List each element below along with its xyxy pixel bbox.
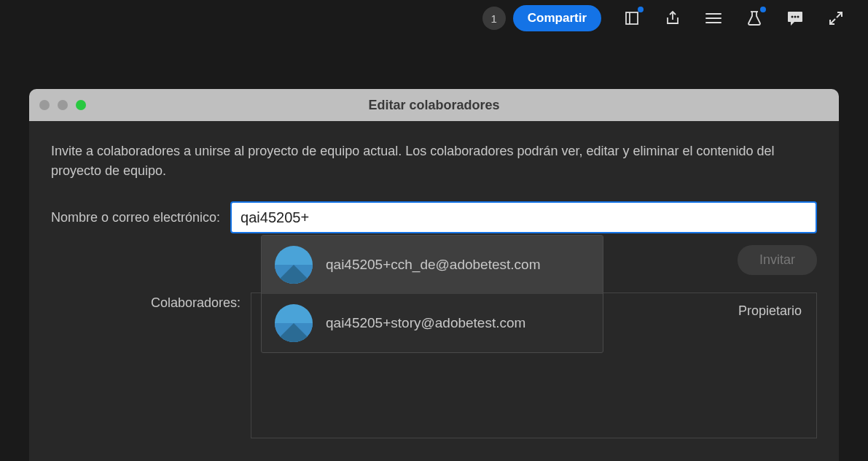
beaker-icon[interactable] bbox=[744, 8, 765, 28]
maximize-window-button[interactable] bbox=[76, 100, 86, 110]
suggestion-item[interactable]: qai45205+cch_de@adobetest.com bbox=[262, 236, 603, 294]
avatar-icon bbox=[275, 246, 313, 284]
svg-rect-0 bbox=[626, 12, 638, 24]
svg-point-3 bbox=[791, 16, 794, 18]
dialog-title: Editar colaboradores bbox=[39, 98, 829, 113]
window-controls bbox=[39, 100, 86, 110]
share-button[interactable]: Compartir bbox=[513, 5, 601, 31]
suggestion-email: qai45205+cch_de@adobetest.com bbox=[326, 257, 540, 273]
suggestion-email: qai45205+story@adobetest.com bbox=[326, 315, 525, 331]
close-window-button[interactable] bbox=[39, 100, 50, 110]
toolbar-share-group: 1 Compartir bbox=[482, 5, 601, 31]
notification-dot-icon bbox=[638, 7, 644, 12]
svg-point-4 bbox=[794, 16, 797, 18]
dialog-titlebar: Editar colaboradores bbox=[29, 89, 839, 121]
owner-role-label: Propietario bbox=[738, 303, 802, 427]
export-icon[interactable] bbox=[662, 8, 683, 28]
user-count: 1 bbox=[491, 12, 497, 25]
dialog-description: Invite a colaboradores a unirse al proye… bbox=[51, 142, 817, 181]
avatar-icon bbox=[275, 304, 313, 342]
invite-button[interactable]: Invitar bbox=[738, 245, 817, 275]
notification-dot-icon bbox=[760, 7, 766, 12]
email-field-label: Nombre o correo electrónico: bbox=[51, 210, 220, 225]
queue-icon[interactable] bbox=[703, 8, 724, 28]
comment-icon[interactable] bbox=[785, 8, 805, 28]
autocomplete-suggestions: qai45205+cch_de@adobetest.com qai45205+s… bbox=[261, 235, 603, 353]
svg-point-5 bbox=[797, 16, 799, 18]
expand-icon[interactable] bbox=[826, 8, 846, 28]
email-field[interactable] bbox=[230, 201, 817, 233]
app-toolbar: 1 Compartir bbox=[0, 0, 868, 36]
user-count-badge: 1 bbox=[482, 7, 506, 30]
minimize-window-button[interactable] bbox=[58, 100, 68, 110]
suggestion-item[interactable]: qai45205+story@adobetest.com bbox=[262, 294, 603, 352]
library-icon[interactable] bbox=[622, 8, 642, 28]
email-input-row: Nombre o correo electrónico: bbox=[51, 201, 817, 233]
collaborators-label: Colaboradores: bbox=[51, 293, 241, 438]
